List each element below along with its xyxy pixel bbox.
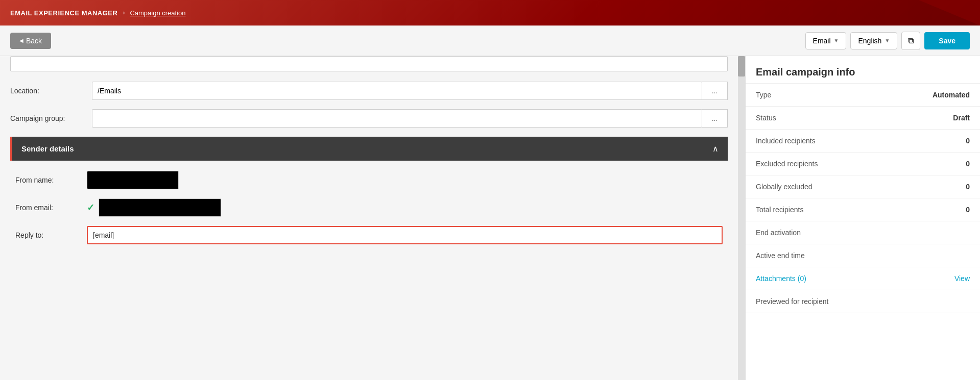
header-chevron-icon: › xyxy=(123,9,125,16)
from-name-control xyxy=(87,171,723,189)
main-layout: Location: ... Campaign group: ... Sender… xyxy=(0,56,980,380)
panel-title: Email campaign info xyxy=(746,56,980,84)
right-panel: Email campaign info Type Automated Statu… xyxy=(745,56,980,380)
toolbar: Back Email English ⧉ Save xyxy=(0,26,980,56)
scroll-thumb[interactable] xyxy=(738,56,745,77)
included-recipients-label: Included recipients xyxy=(756,137,816,145)
sender-form: From name: From email: ✓ Reply to: xyxy=(10,171,728,244)
excluded-recipients-value: 0 xyxy=(966,160,970,168)
total-recipients-row: Total recipients 0 xyxy=(746,198,980,221)
reply-to-row: Reply to: xyxy=(10,226,728,244)
excluded-recipients-label: Excluded recipients xyxy=(756,160,818,168)
attachments-row: Attachments (0) View xyxy=(746,267,980,290)
app-title: EMAIL EXPERIENCE MANAGER xyxy=(10,9,117,17)
reply-to-label: Reply to: xyxy=(15,231,87,239)
campaign-group-label: Campaign group: xyxy=(10,114,92,122)
type-value: Automated xyxy=(933,91,970,99)
breadcrumb-link[interactable]: Campaign creation xyxy=(130,9,185,17)
attachments-view-link[interactable]: View xyxy=(954,274,970,283)
back-button[interactable]: Back xyxy=(10,33,51,49)
header-decoration xyxy=(919,0,980,26)
email-valid-icon: ✓ xyxy=(87,202,94,213)
location-control: ... xyxy=(92,82,728,100)
previewed-row: Previewed for recipient xyxy=(746,290,980,313)
from-name-row: From name: xyxy=(10,171,728,189)
content-area: Location: ... Campaign group: ... Sender… xyxy=(0,56,745,380)
scroll-track xyxy=(738,56,745,380)
toolbar-right: Email English ⧉ Save xyxy=(805,32,970,50)
included-recipients-value: 0 xyxy=(966,137,970,145)
excluded-recipients-row: Excluded recipients 0 xyxy=(746,153,980,175)
content-inner: Location: ... Campaign group: ... Sender… xyxy=(0,56,738,264)
save-button[interactable]: Save xyxy=(924,32,970,49)
active-end-time-label: Active end time xyxy=(756,251,805,260)
campaign-group-input[interactable] xyxy=(92,109,702,128)
status-label: Status xyxy=(756,114,776,122)
app-header: EMAIL EXPERIENCE MANAGER › Campaign crea… xyxy=(0,0,980,26)
status-row: Status Draft xyxy=(746,107,980,130)
location-browse-button[interactable]: ... xyxy=(702,82,728,100)
from-name-label: From name: xyxy=(15,176,87,184)
globally-excluded-value: 0 xyxy=(966,183,970,191)
globally-excluded-row: Globally excluded 0 xyxy=(746,175,980,198)
sender-details-title: Sender details xyxy=(21,144,74,153)
reply-to-control xyxy=(87,226,723,244)
campaign-group-control: ... xyxy=(92,109,728,128)
active-end-time-row: Active end time xyxy=(746,244,980,267)
type-label: Type xyxy=(756,91,771,99)
from-email-value xyxy=(99,198,221,217)
location-label: Location: xyxy=(10,87,92,95)
sender-details-toggle[interactable]: ∧ xyxy=(712,144,719,154)
type-row: Type Automated xyxy=(746,84,980,107)
language-dropdown[interactable]: English xyxy=(850,32,897,49)
sender-details-section: Sender details ∧ xyxy=(10,137,728,161)
campaign-group-browse-button[interactable]: ... xyxy=(702,109,728,128)
end-activation-row: End activation xyxy=(746,221,980,244)
email-dropdown[interactable]: Email xyxy=(805,32,847,49)
from-email-label: From email: xyxy=(15,204,87,212)
campaign-group-row: Campaign group: ... xyxy=(10,109,728,128)
copy-button[interactable]: ⧉ xyxy=(901,32,920,50)
attachments-label: Attachments (0) xyxy=(756,274,806,283)
status-value: Draft xyxy=(953,114,970,122)
from-email-control: ✓ xyxy=(87,198,723,217)
location-row: Location: ... xyxy=(10,82,728,100)
copy-icon: ⧉ xyxy=(908,36,914,45)
description-textarea-partial xyxy=(10,56,728,71)
reply-to-input[interactable] xyxy=(87,226,723,244)
total-recipients-label: Total recipients xyxy=(756,206,803,214)
end-activation-label: End activation xyxy=(756,229,801,237)
from-email-row: From email: ✓ xyxy=(10,198,728,217)
previewed-label: Previewed for recipient xyxy=(756,297,828,306)
attachments-text: Attachments xyxy=(756,274,796,283)
included-recipients-row: Included recipients 0 xyxy=(746,130,980,153)
total-recipients-value: 0 xyxy=(966,206,970,214)
location-input[interactable] xyxy=(92,82,702,100)
from-name-value xyxy=(87,171,179,189)
attachments-count: (0) xyxy=(798,274,806,283)
globally-excluded-label: Globally excluded xyxy=(756,183,812,191)
